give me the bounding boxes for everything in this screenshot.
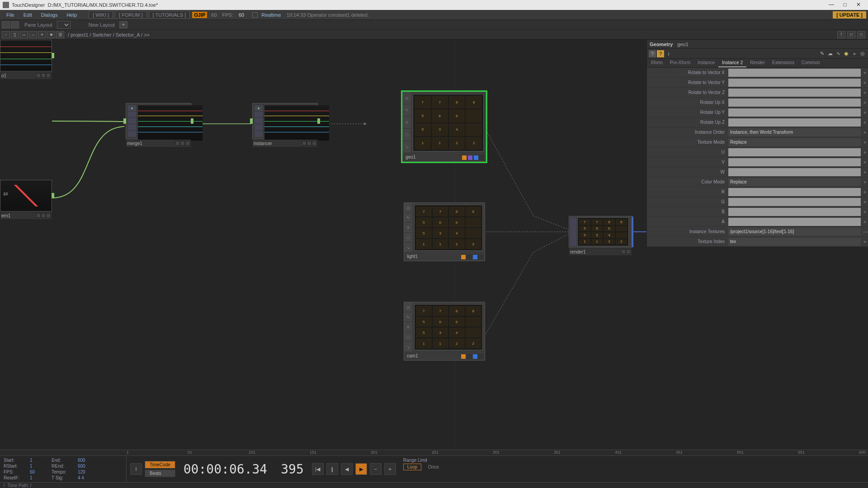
path-tail-1[interactable]: ! — [837, 31, 845, 38]
param-value[interactable] — [728, 148, 861, 156]
beats-button[interactable]: Beats — [145, 469, 175, 477]
action-bypass[interactable]: ✕ — [403, 117, 411, 129]
transport-prev[interactable]: ◀ — [341, 463, 353, 475]
node-ern1[interactable]: 10 ern1 — [0, 180, 52, 211]
connector-out[interactable] — [317, 118, 320, 124]
menu-edit[interactable]: Edit — [19, 11, 37, 19]
param-expand[interactable]: ▸ — [863, 189, 868, 195]
transport-minus[interactable]: − — [370, 463, 382, 475]
param-value[interactable]: Replace — [728, 178, 861, 186]
pane-btn-2[interactable] — [11, 21, 19, 28]
connector-in[interactable] — [123, 118, 126, 124]
python-icon[interactable]: ? — [657, 50, 664, 57]
realtime-checkbox[interactable] — [252, 12, 258, 18]
path-pin[interactable]: ◦ — [2, 31, 10, 38]
action-lock[interactable]: ⬡ — [403, 129, 411, 141]
node-light1[interactable]: ◎✎✕⬡↘ 77885665341122 light1 — [404, 202, 485, 261]
help-icon[interactable]: ? — [649, 50, 656, 57]
minimize-button[interactable]: — — [825, 1, 838, 9]
once-button[interactable]: Once — [425, 464, 443, 470]
pane-layout-dropdown[interactable] — [57, 21, 71, 29]
param-expand[interactable]: ▸ — [863, 149, 868, 155]
transport-start[interactable]: |◀ — [312, 463, 324, 475]
param-expand[interactable]: ▸ — [863, 239, 868, 244]
node-viewer[interactable]: 77885665341122 — [413, 94, 484, 151]
path-star[interactable]: ★ — [47, 31, 55, 38]
param-value[interactable] — [728, 198, 861, 206]
update-button[interactable]: [ UPDATE ] — [833, 11, 866, 19]
param-expand[interactable]: ▸ — [863, 169, 868, 175]
flag-other[interactable] — [479, 155, 485, 160]
flag-display[interactable] — [462, 155, 467, 160]
param-expand[interactable]: ▸ — [863, 159, 868, 165]
param-value[interactable] — [728, 69, 861, 77]
transport-plus[interactable]: + — [384, 463, 396, 475]
param-expand[interactable]: ▸ — [863, 129, 868, 135]
timecode-display[interactable]: 00:00:06.34 — [178, 462, 273, 477]
pane-btn-1[interactable] — [2, 21, 10, 28]
path-tail-2[interactable]: □ — [847, 31, 855, 38]
node-geo1[interactable]: ◎ ✎ ✕ ⬡ ↘ 77885665341122 geo1 — [402, 92, 486, 162]
node-merge1[interactable]: ● merge1 — [126, 103, 191, 139]
param-value[interactable] — [728, 118, 861, 127]
param-value[interactable] — [728, 79, 861, 87]
param-tab[interactable]: Instance 2 — [718, 59, 746, 67]
param-value[interactable]: /project1/source[1-16]/text[1-16] — [728, 228, 861, 236]
add-icon[interactable]: + — [851, 50, 858, 57]
comment-icon[interactable]: ☁ — [826, 50, 834, 57]
param-tab[interactable]: Pre-Xform — [666, 59, 694, 67]
param-expand[interactable]: ▸ — [863, 109, 868, 115]
lang-icon[interactable]: ∿ — [835, 50, 842, 57]
maximize-button[interactable]: □ — [838, 1, 852, 9]
timecode-button[interactable]: TimeCode — [145, 461, 175, 469]
link-wiki[interactable]: [ WIKI ] — [89, 11, 113, 19]
link-forum[interactable]: [ FORUM ] — [115, 11, 147, 19]
transport-pause[interactable]: ‖ — [326, 463, 338, 475]
path-add[interactable]: + — [38, 31, 46, 38]
transport-play[interactable]: ▶ — [355, 463, 367, 475]
param-expand[interactable]: ▸ — [863, 99, 868, 105]
flag-render[interactable] — [467, 155, 473, 160]
world-icon[interactable]: ◉ — [843, 50, 850, 57]
param-expand[interactable]: ▸ — [863, 199, 868, 205]
param-value[interactable] — [728, 89, 861, 97]
new-layout-add[interactable]: + — [119, 21, 127, 28]
param-value[interactable]: Instance, then World Transform — [728, 128, 861, 136]
path-fwd[interactable]: → — [29, 31, 37, 38]
param-tab[interactable]: Common — [798, 59, 824, 67]
node-cam1[interactable]: ◎✎✕⬡↘ 77885665341122 cam1 — [404, 302, 485, 361]
frame-input-toggle[interactable]: I — [130, 463, 142, 475]
connector-out[interactable] — [191, 118, 193, 124]
param-expand[interactable]: ▸ — [863, 209, 868, 215]
param-tab[interactable]: Instance — [694, 59, 718, 67]
path-select[interactable]: ▯ — [11, 31, 19, 38]
param-value[interactable] — [728, 99, 861, 107]
info-icon[interactable]: i — [665, 50, 672, 57]
param-expand[interactable]: ▸ — [863, 139, 868, 145]
param-value[interactable] — [728, 158, 861, 166]
path-tail-3[interactable]: □ — [857, 31, 865, 38]
ojip-badge[interactable]: OJIP — [192, 12, 207, 18]
param-value[interactable] — [728, 108, 861, 117]
connector-out[interactable] — [52, 53, 54, 58]
menu-file[interactable]: File — [2, 11, 19, 19]
param-value[interactable] — [728, 188, 861, 196]
time-path[interactable]: Time Path: / — [7, 483, 32, 488]
param-tab[interactable]: Render — [746, 59, 769, 67]
param-expand[interactable]: ▸ — [863, 89, 868, 95]
path-back[interactable]: ↔ — [20, 31, 28, 38]
frame-display[interactable]: 395 — [275, 462, 309, 477]
target-icon[interactable]: ◎ — [859, 50, 866, 57]
node-o1[interactable]: o1 — [0, 40, 52, 71]
time-ruler[interactable]: 151101151201251301351401451501551600 — [0, 450, 868, 456]
param-expand[interactable]: ▸ — [863, 219, 868, 225]
param-value[interactable] — [728, 208, 861, 216]
param-expand[interactable]: ▸ — [863, 70, 868, 75]
menu-dialogs[interactable]: Dialogs — [37, 11, 62, 19]
connector-out[interactable] — [52, 193, 54, 198]
param-op-name[interactable]: geo1 — [677, 42, 688, 47]
param-tab[interactable]: Xform — [647, 59, 666, 67]
flag-pickable[interactable] — [473, 155, 479, 160]
param-expand[interactable]: ▸ — [863, 179, 868, 185]
param-value[interactable] — [728, 168, 861, 176]
